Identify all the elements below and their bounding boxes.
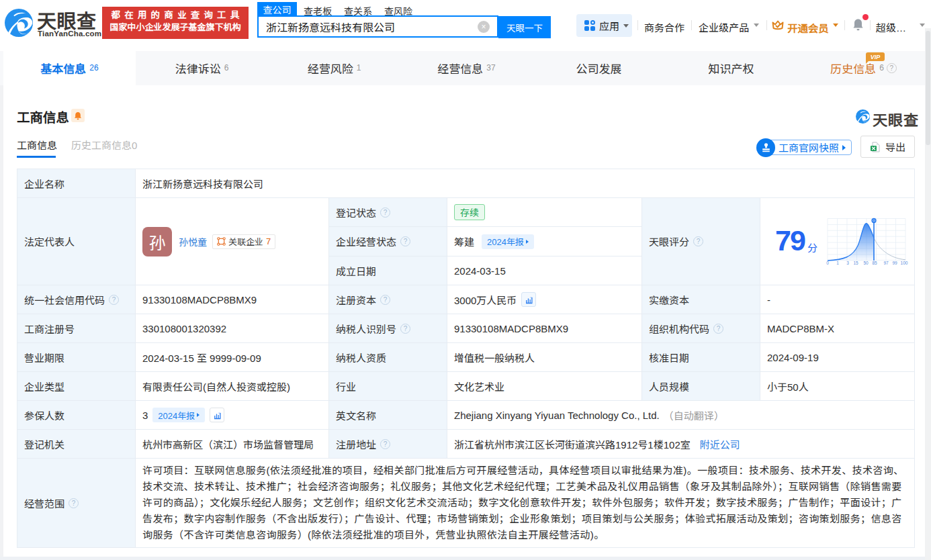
svg-text:85: 85 [872,261,877,265]
svg-text:15: 15 [853,261,858,265]
svg-text:0: 0 [826,261,829,265]
svg-text:1: 1 [836,261,839,265]
svg-text:3: 3 [846,261,849,265]
svg-text:97: 97 [883,261,889,265]
svg-text:99: 99 [892,261,897,265]
svg-text:100: 100 [901,261,908,265]
svg-text:50: 50 [863,261,869,265]
